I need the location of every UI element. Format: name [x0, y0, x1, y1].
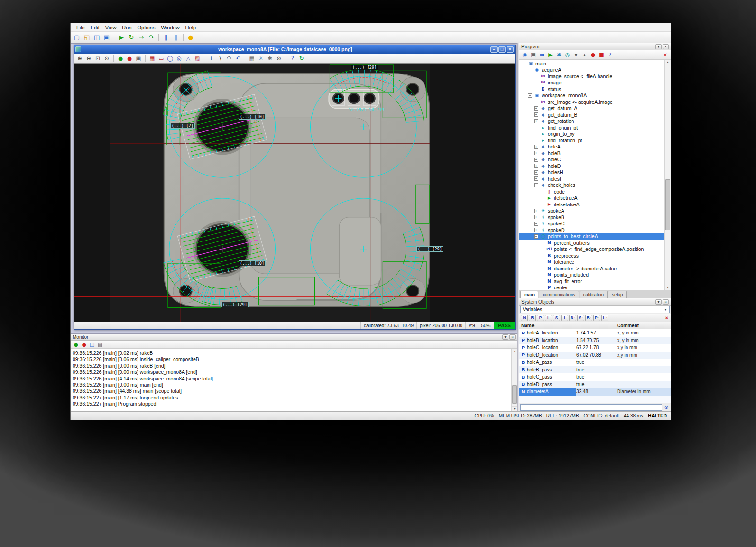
expand-all-icon[interactable]: ▾: [572, 51, 580, 58]
sync-icon[interactable]: ↻: [298, 55, 305, 62]
save-all-icon[interactable]: ▣: [102, 33, 111, 42]
tree-item-check_holes[interactable]: −◆check_holes: [519, 182, 664, 189]
filter-l-array[interactable]: L▫: [601, 315, 608, 321]
gear-icon[interactable]: ✱: [555, 51, 562, 58]
tree-item-ifelsetruea[interactable]: −▶ifelsetrueA: [519, 195, 664, 202]
filter-l[interactable]: L: [545, 315, 552, 321]
close-panel-button[interactable]: ×: [663, 44, 669, 49]
instruction-icon[interactable]: ◉: [521, 51, 528, 58]
scrollbar-thumb[interactable]: [512, 385, 517, 404]
variable-row-holeB_location[interactable]: PholeB_location1.54 70.75x, y in mm: [519, 337, 671, 344]
scroll-down-button[interactable]: ▼: [512, 406, 517, 411]
tree-item-points[interactable]: −P[]points <- find_edge_compositeA.posit…: [519, 246, 664, 253]
tab-communications[interactable]: communications: [539, 291, 579, 298]
grid-icon[interactable]: ▦: [248, 55, 256, 62]
expand-icon[interactable]: +: [534, 158, 538, 162]
tree-item-tolerance[interactable]: −Ntolerance: [519, 259, 664, 266]
expand-icon[interactable]: +: [534, 228, 538, 232]
sc roll-up-button[interactable]: ▲: [512, 349, 517, 354]
tab-setup[interactable]: setup: [608, 291, 627, 298]
image-canvas[interactable]: (...) [29]52.1975 50.719(...) [2](...) […: [74, 63, 515, 322]
expand-icon[interactable]: +: [534, 215, 538, 219]
camera-icon[interactable]: ▣: [135, 55, 142, 62]
collapse-panel-button[interactable]: ▾: [502, 334, 508, 340]
filter-p[interactable]: P: [537, 315, 544, 321]
tree-item-spokeb[interactable]: +✳spokeB: [519, 214, 664, 221]
tree-item-ifelsefalsea[interactable]: −▶ifelsefalseA: [519, 201, 664, 208]
tree-item-image_source[interactable]: −IMimage_source <- fileA.handle: [519, 73, 664, 80]
vertical-scrollbar[interactable]: ▲ ▼: [511, 349, 517, 411]
tree-item-preprocess[interactable]: −Bpreprocess: [519, 252, 664, 259]
variable-row-holeD_pass[interactable]: BholeD_passtrue: [519, 381, 671, 389]
step-into-icon[interactable]: →: [137, 33, 146, 42]
filter-n-array[interactable]: N▫: [569, 315, 576, 321]
maximize-button[interactable]: □: [498, 46, 506, 53]
expand-icon[interactable]: +: [534, 106, 538, 111]
zoom-out-icon[interactable]: ⊖: [85, 55, 92, 62]
collapse-icon[interactable]: −: [528, 93, 532, 98]
variable-filter-input[interactable]: [520, 404, 662, 411]
variable-row-holeA_pass[interactable]: BholeA_passtrue: [519, 359, 671, 366]
roi-circle-icon[interactable]: ◯: [166, 55, 174, 62]
expand-icon[interactable]: +: [534, 176, 538, 181]
camera-icon[interactable]: ▣: [530, 51, 537, 58]
vertical-scrollbar[interactable]: ▲ ▼: [664, 60, 671, 290]
save-log-icon[interactable]: ◫: [89, 341, 95, 348]
watch-icon[interactable]: ◎: [564, 51, 571, 58]
tree-item-holed[interactable]: +◆holeD: [519, 163, 664, 169]
expand-icon[interactable]: +: [534, 164, 538, 168]
tree-item-workspace_mono8a[interactable]: −▣workspace_mono8A: [519, 93, 664, 99]
tree-item-points_to_best_circlea[interactable]: −◯points_to_best_circleA: [519, 233, 664, 240]
filter-s-array[interactable]: S▫: [577, 315, 584, 321]
clear-filters-button[interactable]: ×: [664, 315, 669, 321]
search-icon[interactable]: ⊘: [663, 405, 670, 410]
collapse-panel-button[interactable]: ▾: [655, 44, 662, 49]
variable-row-diameterA[interactable]: NdiameterA32.48Diameter in mm: [519, 388, 671, 396]
expand-icon[interactable]: +: [534, 112, 538, 117]
menu-file[interactable]: File: [74, 24, 88, 31]
tree-item-holea[interactable]: +◆holeA: [519, 144, 664, 150]
tab-main[interactable]: main: [520, 291, 538, 298]
variable-row-holeC_location[interactable]: PholeC_location67.22 1.78x,y in mm: [519, 344, 671, 352]
tree-item-get_datum_b[interactable]: +◆get_datum_B: [519, 111, 664, 118]
stop-log-icon[interactable]: ●: [81, 341, 87, 348]
close-button[interactable]: ×: [507, 46, 514, 53]
info-icon[interactable]: ?: [289, 55, 296, 62]
tree-item-center[interactable]: −Pcenter: [519, 285, 664, 290]
undo-icon[interactable]: ↶: [234, 55, 242, 62]
process-icon[interactable]: ✱: [266, 55, 274, 62]
zoom-in-icon[interactable]: ⊕: [76, 55, 83, 62]
tree-item-status[interactable]: −Bstatus: [519, 86, 664, 93]
zoom-fit-icon[interactable]: ⊡: [94, 55, 101, 62]
category-select[interactable]: Variables ▼: [520, 306, 670, 313]
snap-icon[interactable]: ●: [126, 55, 133, 62]
scrollbar-thumb[interactable]: [665, 179, 670, 230]
halt-icon[interactable]: ■: [598, 51, 605, 58]
live-icon[interactable]: ●: [117, 55, 124, 62]
expand-icon[interactable]: +: [534, 145, 538, 149]
pause-icon[interactable]: ‖: [162, 33, 170, 42]
tree-item-holesi[interactable]: +◆holesI: [519, 176, 664, 182]
flow-icon[interactable]: ⇒: [538, 51, 545, 58]
tree-item-spokea[interactable]: +✳spokeA: [519, 208, 664, 214]
close-panel-button[interactable]: ×: [509, 334, 516, 340]
variable-row-holeC_pass[interactable]: BholeC_passtrue: [519, 373, 671, 381]
expand-icon[interactable]: +: [534, 170, 538, 175]
variable-row-holeD_location[interactable]: PholeD_location67.02 70.88x,y in mm: [519, 352, 671, 359]
menu-options[interactable]: Options: [135, 24, 158, 31]
expand-icon[interactable]: +: [534, 209, 538, 213]
filter-i[interactable]: I: [561, 315, 568, 321]
collapse-icon[interactable]: −: [534, 234, 538, 239]
tree-item-holesh[interactable]: +◆holesH: [519, 169, 664, 176]
close-panel-button[interactable]: ×: [663, 299, 669, 305]
break-icon[interactable]: ‖: [172, 33, 180, 42]
collapse-icon[interactable]: −: [528, 68, 532, 72]
tree-item-spoked[interactable]: +✳spokeD: [519, 227, 664, 233]
save-icon[interactable]: ◫: [92, 33, 101, 42]
tree-item-spokec[interactable]: +✳spokeC: [519, 221, 664, 227]
arc-tool-icon[interactable]: ◠: [225, 55, 233, 62]
run-program-icon[interactable]: ▶: [547, 51, 554, 58]
tab-calibration[interactable]: calibration: [580, 291, 608, 298]
filter-n[interactable]: N: [521, 315, 528, 321]
collapse-panel-button[interactable]: ▾: [655, 299, 662, 305]
